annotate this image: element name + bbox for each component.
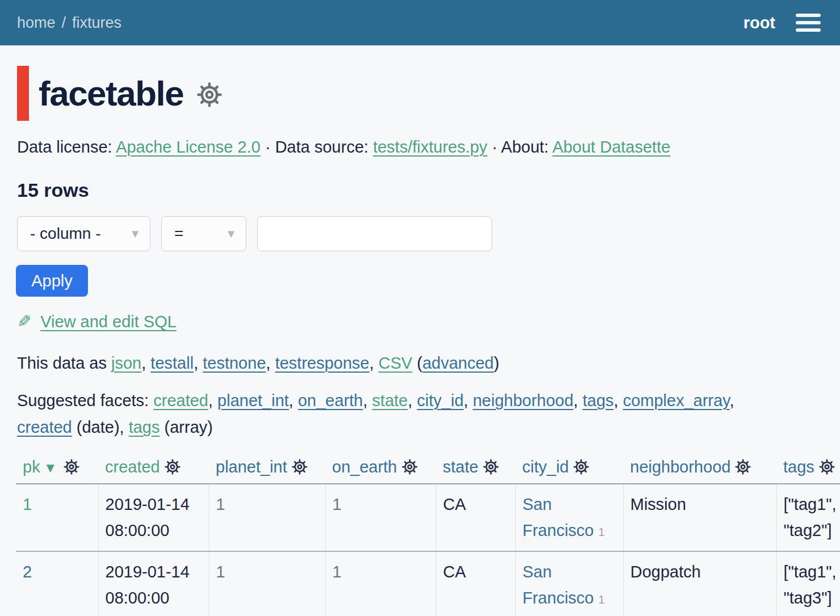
city-link[interactable]: San Francisco bbox=[523, 563, 594, 607]
meta-dot: · bbox=[492, 138, 498, 156]
facet-link-created-date[interactable]: created bbox=[17, 418, 72, 436]
facet-link-city-id[interactable]: city_id bbox=[417, 391, 464, 410]
breadcrumb: home / fixtures bbox=[17, 14, 121, 32]
logged-in-user-link[interactable]: root bbox=[744, 14, 775, 32]
facet-separator: , bbox=[464, 391, 473, 410]
column-header-city-id: city_id bbox=[515, 454, 623, 484]
cell-pk: 1 bbox=[16, 484, 98, 551]
cell-city-id: San Francisco1 bbox=[515, 484, 623, 551]
sort-planet-int-link[interactable]: planet_int bbox=[216, 458, 287, 476]
export-link-advanced[interactable]: advanced bbox=[422, 354, 494, 372]
facet-separator: , bbox=[408, 391, 417, 410]
column-header-created: created bbox=[98, 454, 209, 484]
export-separator: ( bbox=[412, 354, 422, 372]
facet-separator: , bbox=[289, 391, 298, 410]
facets-prefix: Suggested facets: bbox=[17, 391, 153, 410]
export-separator: , bbox=[369, 354, 379, 372]
filter-value-input[interactable] bbox=[257, 216, 492, 251]
export-link-testall[interactable]: testall bbox=[150, 354, 194, 372]
export-link-json[interactable]: json bbox=[111, 354, 141, 372]
facet-separator: , bbox=[573, 391, 582, 410]
cell-neighborhood: Dogpatch bbox=[623, 551, 776, 616]
export-link-testresponse[interactable]: testresponse bbox=[275, 354, 369, 372]
facet-link-tags-array[interactable]: tags bbox=[129, 418, 160, 436]
cell-city-id: San Francisco1 bbox=[515, 551, 623, 616]
breadcrumb-home-link[interactable]: home bbox=[17, 14, 56, 32]
column-gear-icon[interactable] bbox=[818, 458, 835, 476]
sort-pk-link[interactable]: pk bbox=[23, 458, 40, 476]
row-pk-link[interactable]: 1 bbox=[23, 495, 32, 513]
table-actions-gear-icon[interactable] bbox=[196, 81, 223, 111]
nav-menu-button[interactable] bbox=[796, 14, 821, 32]
cell-on-earth: 1 bbox=[325, 484, 436, 551]
apply-button[interactable]: Apply bbox=[16, 265, 88, 297]
filter-bar: - column - ▼ = ▼ bbox=[17, 216, 823, 251]
column-gear-icon[interactable] bbox=[164, 458, 181, 476]
export-link-testnone[interactable]: testnone bbox=[203, 354, 266, 372]
chevron-down-icon: ▼ bbox=[225, 227, 237, 241]
pencil-icon: ✎ bbox=[17, 311, 31, 331]
sort-neighborhood-link[interactable]: neighborhood bbox=[630, 458, 730, 476]
column-gear-icon[interactable] bbox=[482, 458, 499, 476]
export-link-csv[interactable]: CSV bbox=[379, 354, 413, 372]
cell-tags: ["tag1", "tag2"] bbox=[776, 484, 840, 551]
facet-link-on-earth[interactable]: on_earth bbox=[298, 391, 363, 410]
sort-desc-icon: ▼ bbox=[44, 460, 57, 475]
facet-link-complex-array[interactable]: complex_array bbox=[623, 391, 729, 410]
source-link[interactable]: tests/fixtures.py bbox=[373, 138, 487, 156]
sort-state-link[interactable]: state bbox=[443, 458, 478, 476]
city-link[interactable]: San Francisco bbox=[523, 495, 594, 539]
column-gear-icon[interactable] bbox=[63, 458, 80, 476]
page-title-row: facetable bbox=[17, 66, 840, 121]
column-gear-icon[interactable] bbox=[401, 458, 418, 476]
sort-on-earth-link[interactable]: on_earth bbox=[332, 458, 397, 476]
cell-state: CA bbox=[436, 551, 515, 616]
facet-link-planet-int[interactable]: planet_int bbox=[217, 391, 289, 410]
column-gear-icon[interactable] bbox=[291, 458, 308, 476]
datasette-table-page: { "colors": { "nav_bg": "#2b6a91", "acce… bbox=[0, 0, 840, 616]
row-pk-link[interactable]: 2 bbox=[23, 563, 32, 581]
cell-planet-int: 1 bbox=[209, 484, 325, 551]
column-header-on-earth: on_earth bbox=[325, 454, 436, 484]
breadcrumb-table-link[interactable]: fixtures bbox=[72, 14, 121, 32]
filter-column-value: - column - bbox=[30, 225, 100, 243]
hamburger-bar bbox=[796, 21, 821, 24]
cell-on-earth: 1 bbox=[325, 551, 436, 616]
cell-planet-int: 1 bbox=[209, 551, 325, 616]
filter-operator-value: = bbox=[174, 225, 183, 243]
facet-link-tags[interactable]: tags bbox=[582, 391, 614, 410]
about-link[interactable]: About Datasette bbox=[552, 138, 670, 156]
facet-separator: , bbox=[614, 391, 623, 410]
column-gear-icon[interactable] bbox=[734, 458, 751, 476]
facet-separator: , bbox=[363, 391, 372, 410]
table-row: 1 2019-01-14 08:00:00 1 1 CA San Francis… bbox=[16, 484, 840, 551]
table-header: pk▼ created planet_int on_earth state ci… bbox=[16, 454, 840, 484]
about-label: About: bbox=[501, 138, 549, 156]
license-link[interactable]: Apache License 2.0 bbox=[116, 138, 261, 156]
cell-tags: ["tag1", "tag3"] bbox=[776, 551, 840, 616]
meta-dot: · bbox=[265, 138, 271, 156]
facet-separator: , bbox=[208, 391, 217, 410]
page-title: facetable bbox=[39, 73, 183, 113]
export-separator: , bbox=[194, 354, 203, 372]
filter-operator-select[interactable]: = ▼ bbox=[161, 216, 246, 251]
view-edit-sql-link[interactable]: View and edit SQL bbox=[40, 313, 177, 331]
breadcrumb-separator: / bbox=[62, 14, 66, 32]
cell-created: 2019-01-14 08:00:00 bbox=[98, 551, 209, 616]
source-label: Data source: bbox=[275, 138, 368, 156]
sort-created-link[interactable]: created bbox=[105, 458, 160, 476]
sort-city-id-link[interactable]: city_id bbox=[522, 458, 569, 476]
sort-tags-link[interactable]: tags bbox=[783, 458, 814, 476]
facet-link-state[interactable]: state bbox=[372, 391, 408, 410]
column-header-state: state bbox=[436, 454, 515, 484]
foreign-key-count: 1 bbox=[598, 526, 604, 538]
filter-column-select[interactable]: - column - ▼ bbox=[17, 216, 150, 251]
facet-link-neighborhood[interactable]: neighborhood bbox=[473, 391, 573, 410]
sql-edit-line: ✎ View and edit SQL bbox=[17, 311, 823, 331]
hamburger-icon bbox=[796, 14, 821, 17]
column-header-planet-int: planet_int bbox=[209, 454, 325, 484]
column-gear-icon[interactable] bbox=[573, 458, 590, 476]
export-separator: , bbox=[266, 354, 275, 372]
facet-suffix: (date), bbox=[72, 418, 129, 436]
facet-link-created[interactable]: created bbox=[153, 391, 208, 410]
